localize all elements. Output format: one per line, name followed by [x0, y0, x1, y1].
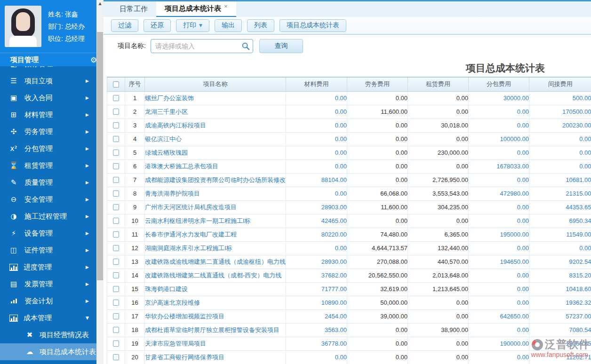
- row-checkbox[interactable]: [113, 136, 119, 142]
- column-header: 项目名称: [145, 77, 286, 91]
- query-button[interactable]: 查询: [259, 39, 303, 53]
- row-checkbox[interactable]: [113, 300, 119, 306]
- row-checkbox[interactable]: [113, 150, 119, 156]
- project-name-link[interactable]: 成都杜甫草堂临时展厅独立展柜报警设备安装项目: [145, 326, 280, 333]
- row-checkbox[interactable]: [113, 313, 119, 319]
- sidebar-item[interactable]: ◧招标管理▶: [0, 66, 96, 72]
- row-checkbox[interactable]: [113, 122, 119, 128]
- subcontract-cost-cell: 1678033.00: [469, 159, 529, 173]
- list-button[interactable]: 列表: [247, 19, 274, 32]
- row-checkbox[interactable]: [113, 218, 119, 224]
- row-checkbox[interactable]: [113, 340, 119, 347]
- restore-label: 还原: [151, 21, 164, 30]
- row-checkbox[interactable]: [113, 95, 119, 101]
- sidebar-item[interactable]: ✎质量管理▶: [0, 174, 96, 191]
- project-name-link[interactable]: 华软办公楼增加视频监控项目: [145, 313, 224, 320]
- project-name-link[interactable]: 成都能源建设集团投资有限公司临时办公场所装修改: [145, 176, 286, 183]
- sidebar-item[interactable]: 进度管理▶: [0, 259, 96, 276]
- project-name-link[interactable]: 云南水利枢纽潜明水库一期工程施工I标: [145, 217, 251, 224]
- sidebar-item[interactable]: ▣收入合同▶: [0, 89, 96, 106]
- project-name-link[interactable]: 成渝高铁内江标段项目: [145, 122, 206, 129]
- project-name-link[interactable]: 绿城云栖玫瑰园: [145, 149, 188, 156]
- indirect-cost-cell: 200230.00: [529, 119, 591, 132]
- project-name-link[interactable]: 京沪高速北京段维修: [145, 299, 200, 306]
- sidebar-item-label: 项目总成本统计表: [40, 348, 96, 356]
- filter-button[interactable]: 过滤: [111, 19, 138, 32]
- project-name-link[interactable]: 改建铁路线增建第二线直通线（成都-西安）电力线: [145, 272, 281, 279]
- rent-cost-cell: 440,570.00: [408, 255, 469, 269]
- tab-project-cost-report[interactable]: 项目总成本统计表 ×: [156, 1, 236, 17]
- sidebar-item[interactable]: 资金计划▶: [0, 293, 96, 309]
- sidebar-item-label: 施工过程管理: [24, 212, 86, 221]
- print-button[interactable]: 打印 ▼: [176, 19, 209, 32]
- project-name-link[interactable]: 龙湖三千里小区: [145, 108, 188, 115]
- indirect-cost-cell: 0.00: [529, 241, 591, 255]
- app-window: 姓名: 张鑫 部门: 总经办 职位: 总经理 项目管理 ⚙ ◧招标管理▶☰项目立…: [0, 0, 591, 364]
- sidebar-item[interactable]: ☁项目总成本统计表: [0, 343, 96, 360]
- row-checkbox[interactable]: [113, 245, 119, 251]
- labor-cost-cell: 39,000.00: [347, 309, 408, 323]
- sidebar-item[interactable]: 成本管理▼: [0, 309, 96, 326]
- table-row: 7成都能源建设集团投资有限公司临时办公场所装修改88104.000.002,72…: [107, 173, 591, 187]
- sidebar-item[interactable]: ⊞材料管理▶: [0, 106, 96, 123]
- search-icon[interactable]: [241, 42, 250, 50]
- row-checkbox[interactable]: [113, 259, 119, 265]
- restore-button[interactable]: 还原: [144, 19, 171, 32]
- row-checkbox-cell: [107, 337, 125, 350]
- table-row: 1螺丝厂办公室装饰0.000.000.0030000.00500.00: [107, 91, 591, 105]
- tab-daily-work[interactable]: 日常工作: [111, 1, 156, 17]
- rent-cost-cell: 0.00: [408, 337, 469, 350]
- labor-cost-cell: 0.00: [347, 323, 408, 337]
- project-name-link[interactable]: 改建铁路成渝线增建第二直通线（成渝枢纽）电力线: [145, 258, 286, 265]
- sidebar-item[interactable]: ✖项目经营情况表: [0, 326, 96, 343]
- subcontract-cost-cell: 0.00: [469, 282, 529, 296]
- project-name-link[interactable]: 天津市应急管理局项目: [145, 340, 206, 347]
- sidebar-item[interactable]: ▤发票管理▶: [0, 276, 96, 293]
- project-name-link[interactable]: 长春市伊通河水力发电厂改建工程: [145, 231, 237, 238]
- safety-icon: ⊖: [8, 195, 19, 204]
- project-name-link[interactable]: 湖南洞庭湖水库引水工程施工I标: [145, 245, 232, 252]
- sidebar-item-label: 资金计划: [24, 297, 86, 306]
- sidebar-item[interactable]: ⊖安全管理▶: [0, 191, 96, 208]
- project-name-link[interactable]: 珠海鹤港口建设: [145, 285, 188, 293]
- rent-cost-cell: 0.00: [408, 214, 469, 228]
- rent-cost-cell: 0.00: [408, 296, 469, 309]
- export-button[interactable]: 输出: [215, 19, 242, 32]
- close-icon[interactable]: ×: [224, 3, 228, 10]
- sidebar-scrollbar[interactable]: ▲: [96, 0, 104, 364]
- subcontract-cost-cell: 0.00: [469, 214, 529, 228]
- scrollbar-thumb[interactable]: [97, 32, 103, 280]
- row-checkbox[interactable]: [113, 354, 119, 360]
- sidebar-item[interactable]: ✣劳务管理▶: [0, 123, 96, 140]
- row-checkbox[interactable]: [113, 177, 119, 183]
- project-name-input[interactable]: [151, 39, 253, 53]
- project-name-link[interactable]: 青海洪湖养护院项目: [145, 190, 200, 197]
- select-all-checkbox[interactable]: [113, 81, 119, 87]
- project-name-link[interactable]: 广州市天河区统计局机房改造项目: [145, 204, 237, 211]
- row-checkbox[interactable]: [113, 327, 119, 333]
- row-checkbox[interactable]: [113, 286, 119, 292]
- project-name-link[interactable]: 螺丝厂办公室装饰: [145, 95, 194, 102]
- gear-icon[interactable]: ⚙: [90, 55, 97, 64]
- row-checkbox[interactable]: [113, 190, 119, 197]
- sidebar-item[interactable]: ◑施工过程管理▶: [0, 208, 96, 225]
- material-cost-cell: 28930.00: [286, 255, 347, 269]
- sidebar-item[interactable]: ◫证件管理▶: [0, 242, 96, 259]
- row-checkbox[interactable]: [113, 204, 119, 210]
- row-checkbox[interactable]: [113, 109, 119, 115]
- project-name-link[interactable]: 港珠澳大桥施工总承包项目: [145, 163, 218, 170]
- sidebar-item[interactable]: ⚡设备管理▶: [0, 225, 96, 242]
- report-button[interactable]: 项目总成本统计表: [280, 19, 346, 32]
- row-checkbox[interactable]: [113, 231, 119, 237]
- row-checkbox[interactable]: [113, 163, 119, 169]
- project-name-link[interactable]: 银亿滨江中心: [145, 135, 182, 142]
- project-name-cell: 龙湖三千里小区: [145, 105, 286, 119]
- caret-down-icon: ▼: [199, 23, 202, 28]
- scroll-up-arrow-icon[interactable]: ▲: [96, 0, 104, 7]
- sidebar-item[interactable]: ⌛租赁管理▶: [0, 157, 96, 174]
- labor-cost-cell: 0.00: [347, 337, 408, 350]
- sidebar-item[interactable]: x²分包管理▶: [0, 140, 96, 157]
- row-checkbox[interactable]: [113, 272, 119, 278]
- sidebar-item[interactable]: ☰项目立项▶: [0, 72, 96, 89]
- project-name-link[interactable]: 甘肃省工商银行网络保养项目: [145, 354, 224, 361]
